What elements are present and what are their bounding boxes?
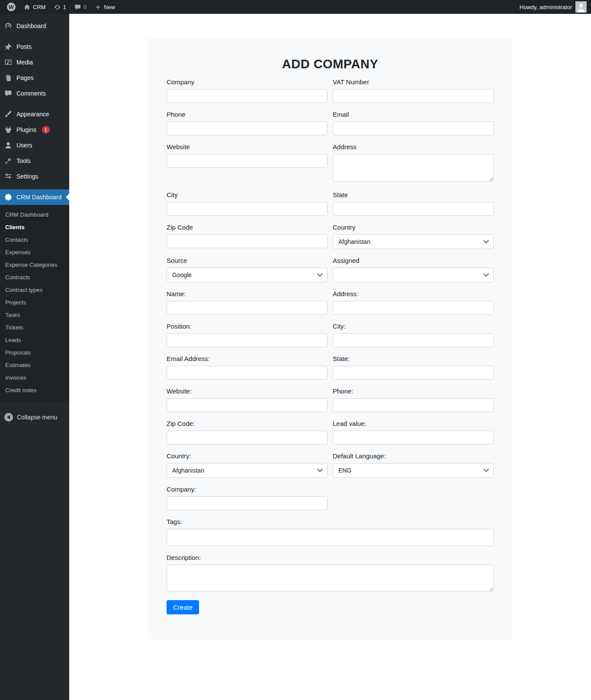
collapse-menu-button[interactable]: Collapse menu — [0, 409, 69, 426]
sidebar-item-pages[interactable]: Pages — [0, 70, 69, 86]
sidebar-item-dashboard[interactable]: Dashboard — [0, 18, 69, 34]
vat-number-input[interactable] — [333, 89, 494, 103]
default-language-label: Default Language: — [333, 452, 494, 460]
chevron-down-icon — [483, 271, 489, 277]
company-input[interactable] — [167, 89, 328, 103]
contact-address-label: Address: — [333, 290, 494, 297]
create-button[interactable]: Create — [167, 600, 199, 614]
submenu-item-crm-dashboard[interactable]: CRM Dashboard — [0, 208, 69, 221]
wordpress-menu-button[interactable]: W — [3, 0, 19, 14]
home-icon — [23, 3, 31, 11]
submenu-item-clients[interactable]: Clients — [0, 221, 69, 233]
submenu-item-expense-categories[interactable]: Expense Categories — [0, 259, 69, 271]
collapse-menu-label: Collapse menu — [17, 414, 57, 421]
contact-position-input[interactable] — [167, 333, 328, 347]
submenu-item-projects[interactable]: Projects — [0, 296, 69, 309]
contact-state-input[interactable] — [333, 366, 494, 380]
country-select[interactable]: Afghanistan — [333, 234, 494, 249]
gear-icon — [4, 193, 13, 201]
sidebar-item-label: Users — [16, 142, 32, 149]
contact-company-label: Company: — [167, 486, 328, 493]
contact-city-label: City: — [333, 323, 494, 330]
submenu-item-tasks[interactable]: Tasks — [0, 309, 69, 321]
contact-website-label: Website: — [167, 387, 328, 395]
sidebar-item-media[interactable]: Media — [0, 54, 69, 70]
assigned-select[interactable] — [333, 268, 494, 282]
contact-name-label: Name: — [167, 290, 328, 297]
comments-link[interactable]: 0 — [71, 0, 90, 14]
contact-email-input[interactable] — [167, 366, 328, 380]
dashboard-icon — [4, 22, 13, 30]
submenu-item-proposals[interactable]: Proposals — [0, 346, 69, 359]
contact-country-label: Country: — [167, 452, 328, 460]
zip-code-input[interactable] — [167, 234, 328, 248]
new-label: New — [104, 4, 115, 10]
chevron-down-icon — [483, 238, 489, 243]
contact-website-input[interactable] — [167, 398, 328, 412]
sidebar-item-posts[interactable]: Posts — [0, 39, 69, 54]
sidebar-item-users[interactable]: Users — [0, 137, 69, 153]
contact-address-input[interactable] — [333, 301, 494, 315]
contact-zip-input[interactable] — [167, 431, 328, 444]
source-select[interactable]: Google — [167, 268, 328, 282]
sidebar-item-tools[interactable]: Tools — [0, 153, 69, 169]
updates-link[interactable]: 1 — [50, 0, 70, 14]
vat-number-label: VAT Number — [333, 78, 494, 86]
description-textarea[interactable] — [167, 565, 494, 591]
admin-sidebar: Dashboard Posts Media Pages Comments App… — [0, 14, 69, 700]
country-label: Country — [333, 224, 494, 231]
email-input[interactable] — [333, 121, 494, 135]
sidebar-item-label: Dashboard — [16, 22, 46, 29]
sidebar-item-settings[interactable]: Settings — [0, 169, 69, 184]
submenu-item-tickets[interactable]: Tickets — [0, 321, 69, 334]
new-content-button[interactable]: New — [91, 0, 119, 14]
contact-phone-input[interactable] — [333, 398, 494, 412]
site-name-link[interactable]: CRM — [20, 0, 49, 14]
city-input[interactable] — [167, 202, 328, 216]
paintbrush-icon — [4, 110, 13, 118]
avatar[interactable] — [575, 1, 587, 13]
submenu-item-expenses[interactable]: Expenses — [0, 246, 69, 259]
sidebar-item-comments[interactable]: Comments — [0, 86, 69, 101]
sidebar-item-label: CRM Dashboard — [16, 194, 61, 201]
updates-icon — [54, 3, 61, 11]
source-label: Source — [167, 257, 328, 264]
submenu-item-estimates[interactable]: Estimates — [0, 359, 69, 371]
description-label: Description: — [167, 554, 494, 561]
submenu-item-contract-types[interactable]: Contract types — [0, 284, 69, 296]
comments-bubble-icon — [74, 3, 81, 11]
contact-name-input[interactable] — [167, 301, 328, 315]
zip-code-label: Zip Code — [167, 224, 328, 231]
sidebar-item-appearance[interactable]: Appearance — [0, 106, 69, 122]
wrench-icon — [4, 157, 13, 165]
sidebar-item-label: Tools — [16, 157, 31, 164]
phone-input[interactable] — [167, 121, 328, 135]
contact-city-input[interactable] — [333, 333, 494, 347]
contact-country-select-value: Afghanistan — [172, 467, 204, 474]
sidebar-item-label: Appearance — [16, 111, 49, 118]
state-input[interactable] — [333, 202, 494, 216]
howdy-text[interactable]: Howdy, administrator — [520, 4, 572, 10]
media-icon — [4, 58, 13, 67]
contact-company-input[interactable] — [167, 496, 328, 510]
default-language-select[interactable]: ENG — [333, 463, 494, 478]
contact-zip-label: Zip Code: — [167, 420, 328, 427]
sidebar-item-crm-dashboard[interactable]: CRM Dashboard — [0, 189, 69, 205]
sidebar-item-label: Settings — [16, 173, 39, 180]
submenu-item-leads[interactable]: Leads — [0, 334, 69, 346]
submenu-item-contacts[interactable]: Contacts — [0, 233, 69, 246]
sidebar-item-plugins[interactable]: Plugins 1 — [0, 122, 69, 137]
lead-value-input[interactable] — [333, 431, 494, 444]
submenu-item-invoices[interactable]: Invoices — [0, 371, 69, 384]
pages-icon — [4, 74, 13, 82]
sidebar-item-label: Media — [16, 59, 33, 66]
contact-email-label: Email Address: — [167, 355, 328, 362]
tags-label: Tags: — [167, 518, 494, 525]
tags-input[interactable] — [167, 529, 494, 546]
chevron-down-icon — [483, 467, 489, 472]
website-input[interactable] — [167, 154, 328, 168]
submenu-item-credit-notes[interactable]: Credit notes — [0, 384, 69, 396]
submenu-item-contracts[interactable]: Contracts — [0, 271, 69, 284]
contact-country-select[interactable]: Afghanistan — [167, 463, 328, 478]
address-textarea[interactable] — [333, 154, 494, 182]
